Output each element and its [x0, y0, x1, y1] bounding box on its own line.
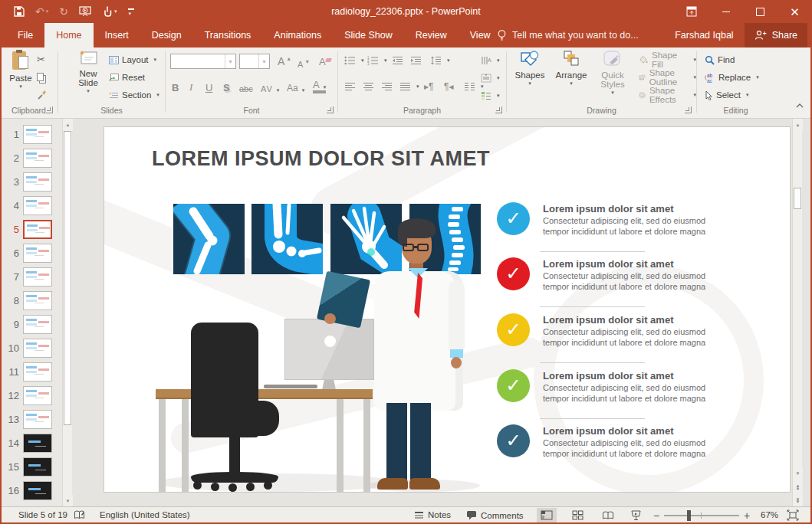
- ltr-text-direction-icon[interactable]: ▸¶: [424, 79, 433, 94]
- zoom-slider-track[interactable]: [664, 515, 739, 516]
- slide-thumbnail-5[interactable]: 5: [3, 218, 71, 241]
- normal-view-button[interactable]: [537, 508, 557, 522]
- paragraph-dialog-launcher-icon[interactable]: [495, 106, 502, 113]
- font-color-button[interactable]: A: [313, 80, 326, 93]
- numbering-icon[interactable]: 123: [367, 53, 387, 68]
- slide-thumbnail-14[interactable]: 14: [3, 431, 71, 455]
- change-case-button[interactable]: Aa: [287, 80, 304, 93]
- replace-button[interactable]: abac Replace: [705, 70, 759, 85]
- new-slide-button[interactable]: New Slide: [69, 50, 107, 103]
- reading-view-button[interactable]: [598, 508, 618, 522]
- shape-fill-button[interactable]: Shape Fill: [639, 52, 696, 67]
- format-painter-icon[interactable]: [37, 87, 47, 103]
- convert-to-smartart-icon[interactable]: [481, 88, 500, 103]
- find-button[interactable]: Find: [705, 52, 735, 67]
- user-name[interactable]: Farshad Iqbal: [675, 30, 733, 41]
- knee-xray-image[interactable]: [173, 204, 245, 274]
- minimize-button[interactable]: [708, 0, 743, 23]
- shapes-button[interactable]: Shapes: [510, 50, 550, 103]
- slide-thumbnail-6[interactable]: 6: [3, 241, 71, 265]
- ribbon-display-options-icon[interactable]: [674, 0, 708, 23]
- next-slide-icon[interactable]: ▼▼: [793, 495, 803, 506]
- font-size-combobox[interactable]: ▼: [239, 54, 270, 69]
- tab-home[interactable]: Home: [44, 23, 93, 47]
- tab-insert[interactable]: Insert: [94, 23, 140, 47]
- slide-thumbnail-11[interactable]: 11: [3, 360, 71, 384]
- checklist-item-1[interactable]: ✓ Lorem ipsum dolor sit amet Consectetur…: [497, 202, 719, 250]
- paste-button[interactable]: Paste: [2, 50, 40, 103]
- text-direction-icon[interactable]: A: [481, 53, 500, 68]
- thumbnail-scrollbar[interactable]: ▲ ▼: [62, 119, 72, 506]
- character-spacing-button[interactable]: AV: [261, 80, 280, 93]
- checklist-item-3[interactable]: ✓ Lorem ipsum dolor sit amet Consectetur…: [497, 313, 719, 361]
- zoom-level[interactable]: 67%: [761, 510, 778, 519]
- previous-slide-icon[interactable]: ▲▲: [793, 481, 803, 493]
- bold-button[interactable]: B: [172, 80, 179, 93]
- scroll-down-icon[interactable]: ▼: [63, 495, 73, 506]
- slide-thumbnail-12[interactable]: 12: [3, 384, 71, 408]
- italic-button[interactable]: I: [189, 80, 192, 93]
- increase-indent-icon[interactable]: [410, 53, 422, 68]
- rtl-text-direction-icon[interactable]: ¶◂: [444, 79, 453, 94]
- font-name-combobox[interactable]: ▼: [170, 54, 236, 69]
- checklist-item-4[interactable]: ✓ Lorem ipsum dolor sit amet Consectetur…: [497, 369, 719, 417]
- quick-styles-button[interactable]: Quick Styles: [593, 50, 633, 103]
- clear-formatting-icon[interactable]: A: [319, 54, 333, 67]
- underline-button[interactable]: U: [205, 80, 212, 93]
- thumbnail-scrollbar-thumb[interactable]: [64, 131, 71, 425]
- align-left-icon[interactable]: [344, 79, 356, 94]
- select-button[interactable]: Select: [705, 87, 748, 103]
- layout-button[interactable]: Layout: [109, 52, 156, 67]
- shape-outline-button[interactable]: Shape Outline: [639, 70, 696, 85]
- scroll-down-icon[interactable]: ▼: [793, 467, 803, 479]
- shape-effects-button[interactable]: Shape Effects: [639, 87, 696, 103]
- section-button[interactable]: Section: [109, 87, 159, 103]
- copy-icon[interactable]: [37, 69, 44, 84]
- slide-thumbnail-15[interactable]: 15: [3, 455, 71, 479]
- slide-thumbnail-3[interactable]: 3: [3, 170, 71, 194]
- slide-title[interactable]: LOREM IPSUM DOLOR SIT AMET: [152, 147, 490, 171]
- tab-file[interactable]: File: [6, 23, 44, 47]
- align-center-icon[interactable]: [363, 79, 374, 94]
- collapse-ribbon-icon[interactable]: [796, 103, 804, 108]
- slide-thumbnail-9[interactable]: 9: [3, 313, 71, 336]
- spellcheck-icon[interactable]: [74, 510, 85, 520]
- zoom-out-button[interactable]: −: [653, 509, 659, 522]
- tab-view[interactable]: View: [459, 23, 502, 47]
- slide-sorter-view-button[interactable]: [567, 508, 587, 522]
- zoom-in-button[interactable]: +: [744, 509, 750, 522]
- tab-design[interactable]: Design: [140, 23, 193, 47]
- arrange-button[interactable]: Arrange: [550, 50, 593, 103]
- slide-thumbnail-1[interactable]: 1: [3, 123, 71, 146]
- tab-animations[interactable]: Animations: [262, 23, 333, 47]
- scroll-up-icon[interactable]: ▲: [63, 119, 73, 130]
- slide-thumbnail-2[interactable]: 2: [3, 146, 71, 170]
- slide-area-scrollbar[interactable]: ▲ ▼ ▲▲ ▼▼: [792, 119, 802, 506]
- font-dialog-launcher-icon[interactable]: [327, 106, 334, 113]
- slideshow-view-button[interactable]: [626, 508, 646, 522]
- strikethrough-button[interactable]: abc: [239, 80, 253, 93]
- decrease-indent-icon[interactable]: [392, 53, 403, 68]
- bullets-icon[interactable]: [344, 53, 364, 68]
- line-spacing-icon[interactable]: [430, 53, 450, 68]
- decrease-font-size-icon[interactable]: A▼: [298, 55, 310, 69]
- slide[interactable]: LOREM IPSUM DOLOR SIT AMET: [104, 126, 791, 493]
- zoom-slider-thumb[interactable]: [687, 510, 691, 521]
- increase-font-size-icon[interactable]: A▲: [278, 54, 291, 67]
- tab-slide-show[interactable]: Slide Show: [333, 23, 404, 47]
- slide-thumbnail-8[interactable]: 8: [3, 289, 71, 313]
- scrollbar-thumb[interactable]: [794, 188, 801, 209]
- align-text-icon[interactable]: [481, 70, 500, 86]
- slide-indicator[interactable]: Slide 5 of 19: [18, 510, 67, 519]
- justify-icon[interactable]: [399, 79, 419, 94]
- hand-xray-image[interactable]: [330, 204, 402, 274]
- align-right-icon[interactable]: [381, 79, 393, 94]
- drawing-dialog-launcher-icon[interactable]: [685, 106, 692, 113]
- slide-thumbnail-7[interactable]: 7: [3, 265, 71, 289]
- tab-transitions[interactable]: Transitions: [193, 23, 263, 47]
- text-shadow-button[interactable]: S: [223, 80, 230, 93]
- close-button[interactable]: ✕: [777, 0, 812, 23]
- share-button[interactable]: Share: [745, 23, 807, 47]
- checklist-item-2[interactable]: ✓ Lorem ipsum dolor sit amet Consectetur…: [497, 257, 719, 305]
- slide-thumbnail-4[interactable]: 4: [3, 194, 71, 218]
